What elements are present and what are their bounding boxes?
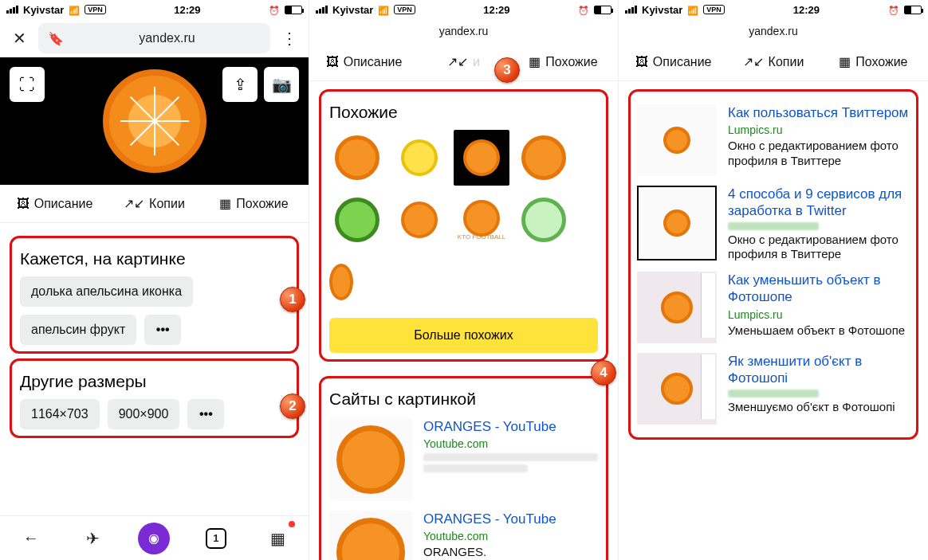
wifi-icon xyxy=(378,4,389,16)
similar-thumb[interactable] xyxy=(516,192,572,248)
battery-icon xyxy=(285,6,302,14)
similar-thumb[interactable] xyxy=(391,192,447,248)
wifi-icon xyxy=(687,4,698,16)
result-item[interactable]: Як зменшити об'єкт в Фотошопі Зменшуємо … xyxy=(637,353,910,425)
image-icon: 🖼 xyxy=(17,197,29,211)
blurred-site xyxy=(728,390,819,397)
bookmark-icon[interactable]: 🔖 xyxy=(48,31,64,46)
status-bar: Kyivstar VPN 12:29 xyxy=(619,0,928,19)
result-tabs: 🖼Описание ↗↙и ▦Похожие xyxy=(309,43,618,81)
result-item[interactable]: ORANGES - YouTube Youtube.com xyxy=(329,418,598,501)
result-site: Youtube.com xyxy=(423,437,598,450)
clock: 12:29 xyxy=(106,4,269,16)
sizes-title: Другие размеры xyxy=(20,372,289,391)
tab-similar[interactable]: ▦Похожие xyxy=(824,54,923,69)
result-title: 4 способа и 9 сервисов для заработка в T… xyxy=(728,186,910,220)
size-chip[interactable]: 928×560 xyxy=(20,399,100,429)
back-button[interactable]: ← xyxy=(15,523,47,554)
tab-label: Похожие xyxy=(236,197,288,211)
guess-chip[interactable]: долька апельсина иконка xyxy=(20,276,193,307)
tab-similar[interactable]: ▦Похожие xyxy=(204,196,304,211)
result-item[interactable]: Как уменьшить объект в Фотошопе Lumpics.… xyxy=(637,272,910,343)
similar-thumb[interactable] xyxy=(329,130,385,186)
result-thumb xyxy=(637,272,717,343)
result-snippet: Уменьшаем объект в Фотошопе xyxy=(728,323,910,339)
blurred-text xyxy=(423,453,598,461)
camera-icon[interactable]: 📷 xyxy=(264,67,299,102)
result-item[interactable]: ORANGES - YouTube Youtube.com ORANGES. xyxy=(329,511,598,560)
result-thumb xyxy=(637,353,717,425)
status-bar: Kyivstar VPN 12:29 xyxy=(0,0,309,19)
result-title: Як зменшити об'єкт в Фотошопі xyxy=(728,353,910,387)
similar-title: Похожие xyxy=(329,103,598,122)
signal-icon xyxy=(6,6,18,14)
tab-label: Копии xyxy=(149,197,185,211)
bottom-toolbar: ← ✈ ◉ 1 ▦ xyxy=(0,515,309,560)
send-button[interactable]: ✈ xyxy=(77,523,108,554)
share-icon[interactable]: ⇪ xyxy=(222,67,258,102)
tab-count: 1 xyxy=(206,528,226,549)
alarm-icon xyxy=(578,4,589,16)
annotation-box-3: Похожие KTO FOOTBALL Больше похожих xyxy=(319,89,608,362)
more-similar-button[interactable]: Больше похожих xyxy=(329,318,598,353)
tab-description[interactable]: 🖼Описание xyxy=(5,197,104,211)
search-image-preview xyxy=(103,69,206,173)
url-text: yandex.ru xyxy=(73,31,261,45)
seems-title: Кажется, на картинке xyxy=(20,249,289,268)
tab-label: Копии xyxy=(769,55,804,69)
alice-button[interactable]: ◉ xyxy=(138,523,170,554)
result-tabs: 🖼Описание ↗↙Копии ▦Похожие xyxy=(619,43,928,81)
annotation-badge-1: 1 xyxy=(280,287,305,312)
result-item[interactable]: Как пользоваться Твиттером Lumpics.ru Ок… xyxy=(637,104,910,176)
phone-screen-1: Kyivstar VPN 12:29 ✕ 🔖 yandex.ru ⋮ ⛶ xyxy=(0,0,309,560)
signal-icon xyxy=(316,6,328,14)
browser-toolbar: ✕ 🔖 yandex.ru ⋮ xyxy=(0,19,309,57)
annotation-box-4: Сайты с картинкой ORANGES - YouTube Yout… xyxy=(319,376,608,560)
tab-copies-hidden: и xyxy=(473,55,480,69)
similar-thumb[interactable]: KTO FOOTBALL xyxy=(454,192,509,248)
signal-icon xyxy=(625,6,637,14)
result-title: ORANGES - YouTube xyxy=(423,418,598,435)
result-thumb xyxy=(329,511,412,560)
more-chip[interactable]: ••• xyxy=(144,315,181,345)
tab-label: Описание xyxy=(653,55,712,69)
phone-screen-2: Kyivstar VPN 12:29 yandex.ru 🖼Описание ↗… xyxy=(309,0,619,560)
tab-copies[interactable]: ↗↙Копии xyxy=(104,196,204,211)
close-button[interactable]: ✕ xyxy=(8,27,30,49)
clock: 12:29 xyxy=(725,4,888,16)
blurred-site xyxy=(728,222,819,230)
similar-thumb[interactable] xyxy=(329,254,353,310)
guess-chip[interactable]: апельсин фрукт xyxy=(20,315,136,345)
result-snippet: Окно с редактированием фото профиля в Тв… xyxy=(728,139,910,169)
tabs-button[interactable]: 1 xyxy=(200,523,232,554)
image-icon: 🖼 xyxy=(635,55,648,69)
safari-url[interactable]: yandex.ru xyxy=(619,19,928,43)
result-item[interactable]: 4 способа и 9 сервисов для заработка в T… xyxy=(637,186,910,262)
annotation-badge-3: 3 xyxy=(494,57,520,83)
tab-description[interactable]: 🖼Описание xyxy=(623,55,723,69)
content-body: Кажется, на картинке долька апельсина ик… xyxy=(0,223,309,515)
tab-copies[interactable]: ↗↙Копии xyxy=(723,54,823,69)
phone-screen-3: Kyivstar VPN 12:29 yandex.ru 🖼Описание ↗… xyxy=(619,0,928,560)
safari-url[interactable]: yandex.ru xyxy=(309,19,618,43)
apps-button[interactable]: ▦ xyxy=(261,523,293,554)
more-chip[interactable]: ••• xyxy=(187,399,224,429)
annotation-box-2: Другие размеры 928×560 900×900 ••• xyxy=(10,358,299,438)
similar-thumb[interactable] xyxy=(454,130,509,186)
url-bar[interactable]: 🔖 yandex.ru xyxy=(38,23,270,53)
similar-thumb[interactable] xyxy=(391,130,447,186)
annotation-box-results: Как пользоваться Твиттером Lumpics.ru Ок… xyxy=(628,89,918,440)
grid-icon: ▦ xyxy=(529,54,541,69)
similar-thumb[interactable] xyxy=(516,130,572,186)
similar-thumb[interactable] xyxy=(329,192,385,248)
blurred-text xyxy=(423,464,528,472)
size-chip[interactable]: 900×900 xyxy=(108,399,180,429)
result-snippet: Окно с редактированием фото профиля в Тв… xyxy=(728,233,910,263)
annotation-badge-4: 4 xyxy=(591,360,616,386)
result-snippet: Зменшуємо об'єкт в Фотошопі xyxy=(728,400,910,415)
crop-icon[interactable]: ⛶ xyxy=(10,67,45,102)
menu-button[interactable]: ⋮ xyxy=(278,27,301,49)
annotation-box-1: Кажется, на картинке долька апельсина ик… xyxy=(10,236,299,354)
tab-description[interactable]: 🖼Описание xyxy=(314,55,414,69)
tab-similar[interactable]: ▦Похожие xyxy=(513,54,613,69)
